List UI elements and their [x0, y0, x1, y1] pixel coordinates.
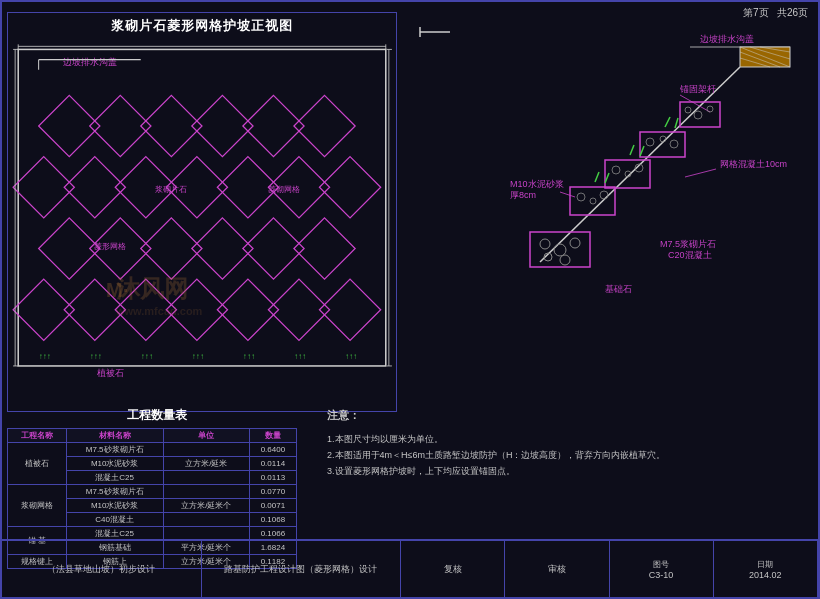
- svg-text:M10水泥砂浆: M10水泥砂浆: [510, 179, 564, 189]
- svg-text:M7.5浆砌片石: M7.5浆砌片石: [660, 239, 716, 249]
- drawing-number: C3-10: [649, 570, 674, 580]
- left-panel: 浆砌片石菱形网格护坡正视图 边坡排水沟盖: [7, 12, 397, 412]
- footer-approve: 审核: [505, 541, 609, 597]
- svg-marker-24: [243, 218, 304, 279]
- notes-content: 1.本图尺寸均以厘米为单位。 2.本图适用于4m＜H≤6m土质路堑边坡防护（H：…: [327, 431, 813, 480]
- svg-marker-10: [192, 95, 253, 156]
- svg-point-65: [694, 111, 702, 119]
- main-container: 第7页 共26页 浆砌片石菱形网格护坡正视图 边坡排水沟盖: [0, 0, 820, 599]
- table-row: 植被石 M7.5砂浆砌片石 0.6400: [8, 443, 297, 457]
- notes-title: 注意：: [327, 407, 813, 425]
- table-title: 工程数量表: [7, 407, 307, 424]
- table-header-material: 材料名称: [66, 429, 163, 443]
- svg-marker-29: [166, 279, 227, 340]
- svg-point-64: [685, 107, 691, 113]
- svg-text:网格混凝土10cm: 网格混凝土10cm: [720, 159, 787, 169]
- svg-point-98: [560, 255, 570, 265]
- right-panel: 边坡排水沟盖 锚固架杆: [407, 12, 813, 412]
- svg-text:菱形网格: 菱形网格: [94, 242, 126, 251]
- svg-marker-14: [64, 157, 125, 218]
- drawing-number-text: 图号: [653, 559, 669, 570]
- svg-text:边坡排水沟盖: 边坡排水沟盖: [700, 34, 754, 44]
- svg-text:↑↑↑: ↑↑↑: [294, 352, 306, 361]
- footer-designer: （法县草地山坡）初步设计: [2, 541, 202, 597]
- svg-text:↑↑↑: ↑↑↑: [243, 352, 255, 361]
- table-row: 浆砌网格 M7.5砂浆砌片石 0.0770: [8, 485, 297, 499]
- svg-line-83: [595, 172, 599, 182]
- svg-point-70: [670, 140, 678, 148]
- svg-line-79: [665, 117, 670, 127]
- svg-text:边坡排水沟盖: 边坡排水沟盖: [63, 57, 117, 67]
- svg-text:植被石: 植被石: [97, 368, 124, 378]
- note-item-1: 1.本图尺寸均以厘米为单位。: [327, 431, 813, 447]
- table-header-quantity: 数量: [249, 429, 296, 443]
- svg-line-62: [680, 95, 710, 112]
- svg-text:↑↑↑: ↑↑↑: [192, 352, 204, 361]
- approve-label: 审核: [548, 563, 566, 576]
- svg-marker-13: [13, 157, 74, 218]
- svg-marker-7: [39, 95, 100, 156]
- svg-marker-20: [39, 218, 100, 279]
- svg-marker-9: [141, 95, 202, 156]
- review-label: 复核: [444, 563, 462, 576]
- svg-marker-19: [319, 157, 380, 218]
- svg-text:基础石: 基础石: [605, 284, 632, 294]
- svg-point-95: [554, 244, 566, 256]
- note-item-2: 2.本图适用于4m＜H≤6m土质路堑边坡防护（H：边坡高度），背弃方向内嵌植草穴…: [327, 447, 813, 463]
- svg-point-76: [577, 193, 585, 201]
- footer-review: 复核: [401, 541, 505, 597]
- svg-marker-8: [90, 95, 151, 156]
- designer-label: （法县草地山坡）初步设计: [47, 563, 155, 576]
- svg-marker-30: [217, 279, 278, 340]
- table-header-name: 工程名称: [8, 429, 67, 443]
- svg-point-72: [612, 166, 620, 174]
- left-panel-svg: 边坡排水沟盖: [8, 35, 396, 411]
- table-header-unit: 单位: [163, 429, 249, 443]
- note-item-3: 3.设置菱形网格护坡时，上下均应设置锚固点。: [327, 463, 813, 479]
- right-panel-svg: 边坡排水沟盖 锚固架杆: [407, 12, 813, 412]
- svg-text:↑↑↑: ↑↑↑: [39, 352, 51, 361]
- svg-text:锚固架杆: 锚固架杆: [679, 84, 716, 94]
- svg-marker-31: [268, 279, 329, 340]
- svg-marker-25: [294, 218, 355, 279]
- svg-line-89: [685, 169, 716, 177]
- svg-point-68: [646, 138, 654, 146]
- svg-text:菱砌网格: 菱砌网格: [268, 185, 300, 194]
- svg-point-94: [540, 239, 550, 249]
- svg-text:厚8cm: 厚8cm: [510, 190, 536, 200]
- footer-date: 日期 2014.02: [714, 541, 818, 597]
- notes-section: 注意： 1.本图尺寸均以厘米为单位。 2.本图适用于4m＜H≤6m土质路堑边坡防…: [327, 407, 813, 479]
- svg-text:↑↑↑: ↑↑↑: [345, 352, 357, 361]
- svg-text:↑↑↑: ↑↑↑: [90, 352, 102, 361]
- svg-marker-22: [141, 218, 202, 279]
- footer: （法县草地山坡）初步设计 路基防护工程设计图（菱形网格）设计 复核 审核 图号 …: [2, 539, 818, 597]
- svg-text:C20混凝土: C20混凝土: [668, 250, 712, 260]
- date-value: 2014.02: [749, 570, 782, 580]
- svg-marker-26: [13, 279, 74, 340]
- project-label: 路基防护工程设计图（菱形网格）设计: [224, 563, 377, 576]
- svg-text:↑↑↑: ↑↑↑: [141, 352, 153, 361]
- svg-line-81: [630, 145, 634, 155]
- date-label-text: 日期: [757, 559, 773, 570]
- svg-point-66: [707, 106, 713, 112]
- svg-line-87: [560, 192, 575, 197]
- svg-point-96: [570, 238, 580, 248]
- svg-rect-71: [605, 160, 650, 188]
- svg-marker-23: [192, 218, 253, 279]
- footer-drawing-number-label: 图号 C3-10: [610, 541, 714, 597]
- svg-marker-32: [319, 279, 380, 340]
- svg-text:浆砌片石: 浆砌片石: [155, 185, 187, 194]
- svg-line-80: [675, 118, 678, 128]
- svg-marker-12: [294, 95, 355, 156]
- svg-point-78: [600, 191, 608, 199]
- svg-marker-11: [243, 95, 304, 156]
- svg-marker-28: [115, 279, 176, 340]
- svg-marker-27: [64, 279, 125, 340]
- svg-point-77: [590, 198, 596, 204]
- footer-project: 路基防护工程设计图（菱形网格）设计: [202, 541, 402, 597]
